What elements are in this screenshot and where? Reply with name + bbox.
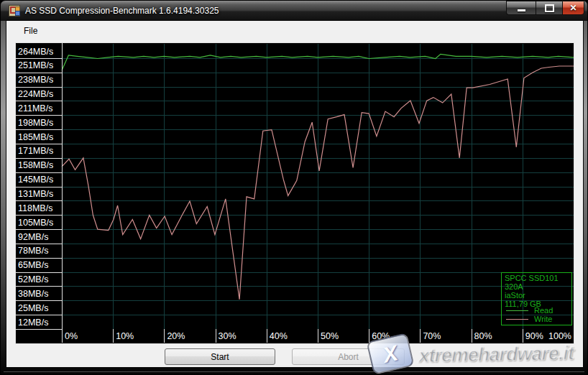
- abort-button[interactable]: Abort: [292, 348, 405, 365]
- window-controls: ✕: [506, 1, 584, 16]
- svg-text:iaStor: iaStor: [505, 291, 525, 300]
- compression-chart-svg: 264MB/s251MB/s238MB/s224MB/s211MB/s198MB…: [15, 42, 574, 344]
- svg-text:158MB/s: 158MB/s: [18, 160, 53, 170]
- menu-item-file[interactable]: File: [15, 21, 46, 40]
- svg-text:118MB/s: 118MB/s: [18, 203, 52, 213]
- svg-text:80%: 80%: [474, 331, 492, 341]
- svg-text:92MB/s: 92MB/s: [18, 232, 48, 242]
- svg-text:145MB/s: 145MB/s: [18, 175, 53, 185]
- client-area: File 264MB/s251MB/s238MB/s224MB/s211MB/s…: [6, 21, 583, 367]
- menu-bar: File: [6, 21, 583, 42]
- svg-text:320A: 320A: [505, 282, 523, 291]
- title-bar[interactable]: AS SSD Compression-Benchmark 1.6.4194.30…: [1, 1, 587, 21]
- svg-text:40%: 40%: [270, 331, 288, 341]
- svg-text:SPCC SSD101: SPCC SSD101: [505, 274, 559, 282]
- svg-text:12MB/s: 12MB/s: [18, 318, 48, 328]
- close-button[interactable]: ✕: [562, 1, 584, 15]
- close-icon: ✕: [569, 4, 576, 12]
- bottom-frame-highlight: [4, 371, 584, 372]
- start-button[interactable]: Start: [165, 348, 275, 365]
- chart-panel: 264MB/s251MB/s238MB/s224MB/s211MB/s198MB…: [15, 42, 574, 344]
- app-icon-blue-square: [15, 11, 20, 16]
- svg-text:10%: 10%: [116, 331, 134, 341]
- svg-text:171MB/s: 171MB/s: [18, 146, 53, 156]
- svg-text:185MB/s: 185MB/s: [18, 132, 53, 142]
- svg-text:100%: 100%: [548, 331, 571, 341]
- svg-text:Read: Read: [534, 306, 553, 315]
- svg-text:50%: 50%: [321, 331, 339, 341]
- svg-text:25MB/s: 25MB/s: [18, 303, 48, 313]
- svg-text:211MB/s: 211MB/s: [18, 103, 52, 114]
- svg-text:20%: 20%: [167, 331, 185, 341]
- svg-text:70%: 70%: [423, 331, 441, 341]
- svg-text:90%: 90%: [525, 331, 543, 341]
- svg-text:251MB/s: 251MB/s: [18, 60, 53, 70]
- svg-text:Write: Write: [534, 315, 552, 323]
- svg-text:78MB/s: 78MB/s: [18, 246, 48, 256]
- window-title: AS SSD Compression-Benchmark 1.6.4194.30…: [25, 6, 219, 16]
- svg-text:30%: 30%: [219, 331, 236, 341]
- svg-text:60%: 60%: [372, 331, 390, 341]
- svg-text:238MB/s: 238MB/s: [18, 75, 53, 85]
- svg-text:264MB/s: 264MB/s: [18, 47, 53, 57]
- app-window: AS SSD Compression-Benchmark 1.6.4194.30…: [0, 0, 588, 375]
- svg-text:65MB/s: 65MB/s: [18, 260, 48, 270]
- svg-text:198MB/s: 198MB/s: [18, 118, 53, 128]
- maximize-icon: [545, 4, 554, 12]
- svg-text:52MB/s: 52MB/s: [18, 274, 48, 284]
- maximize-button[interactable]: [536, 1, 562, 15]
- svg-text:105MB/s: 105MB/s: [18, 218, 53, 228]
- app-icon[interactable]: [9, 5, 20, 17]
- minimize-icon: [518, 9, 525, 11]
- svg-text:224MB/s: 224MB/s: [18, 89, 53, 99]
- minimize-button[interactable]: [506, 1, 536, 15]
- svg-text:38MB/s: 38MB/s: [18, 289, 48, 299]
- svg-text:0%: 0%: [65, 331, 78, 341]
- svg-text:131MB/s: 131MB/s: [18, 189, 53, 199]
